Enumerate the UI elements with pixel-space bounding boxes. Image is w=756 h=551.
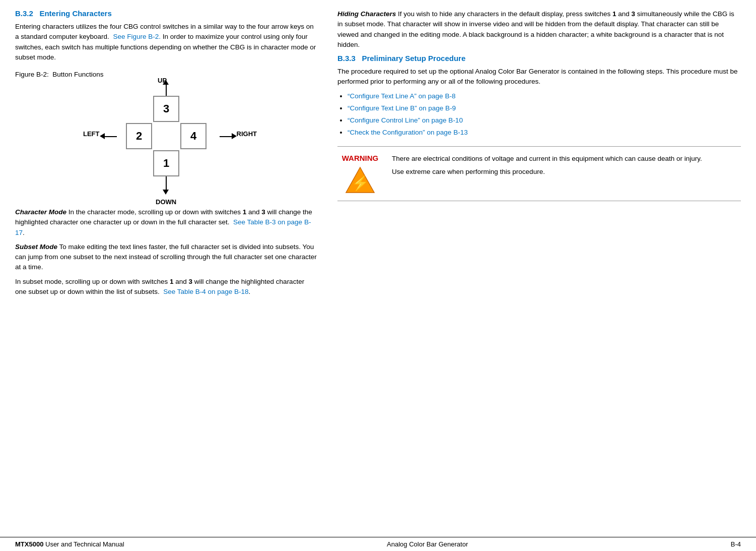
table-b4-link[interactable]: See Table B-4 on page B-18 [163, 288, 248, 295]
section-b33-label: Preliminary Setup Procedure [362, 54, 465, 63]
footer-brand: MTX5000 [15, 540, 43, 548]
subset-p2-text: In subset mode, scrolling up or down wit… [15, 278, 170, 285]
warning-text: There are electrical conditions of volta… [392, 154, 702, 180]
section-b33-title: B.3.3 Preliminary Setup Procedure [337, 54, 741, 63]
warning-box: WARNING ⚡ There are electrical condition… [337, 146, 741, 201]
prelim-text: The procedure required to set up the opt… [337, 68, 737, 85]
arrow-down-line [166, 176, 167, 191]
char-mode-bold2: 3 [261, 208, 265, 216]
bullet-link-1[interactable]: “Configure Text Line A” on page B-8 [348, 92, 455, 100]
footer-right: B-4 [731, 540, 741, 548]
label-down: DOWN [156, 198, 176, 206]
hiding-bold1: 1 [612, 10, 616, 18]
svg-text:⚡: ⚡ [352, 175, 369, 192]
footer-center: Analog Color Bar Generator [387, 540, 468, 548]
figure-b2-link[interactable]: See Figure B-2. [113, 33, 161, 40]
label-right: RIGHT [237, 130, 257, 138]
main-content: B.3.2 Entering Characters Entering chara… [0, 0, 756, 528]
section-b32-title: B.3.2 Entering Characters [15, 9, 317, 18]
button-1: 1 [153, 150, 179, 176]
right-column: Hiding Characters If you wish to hide an… [337, 9, 741, 528]
button-2: 2 [126, 123, 152, 149]
subset-bold2: 3 [188, 278, 192, 285]
char-mode-title: Character Mode [15, 208, 66, 216]
hiding-text1: If you wish to hide any characters in th… [398, 10, 612, 18]
bullet-list: “Configure Text Line A” on page B-8 “Con… [348, 91, 741, 138]
hiding-bold2: 3 [632, 10, 636, 18]
section-b32-label: Entering Characters [39, 9, 111, 18]
label-left: LEFT [83, 130, 100, 138]
char-mode-paragraph: Character Mode In the character mode, sc… [15, 207, 317, 238]
subset-mode-text: To make editing the text lines faster, t… [15, 243, 317, 271]
button-diagram: UP DOWN LEFT RIGHT 3 1 2 [15, 83, 317, 199]
footer: MTX5000 User and Technical Manual Analog… [0, 537, 756, 551]
hiding-and: and [618, 10, 631, 18]
subset-and: and [175, 278, 188, 285]
section-b33-number: B.3.3 [337, 54, 356, 63]
subset-mode-paragraph: Subset Mode To make editing the text lin… [15, 242, 317, 273]
figure-label: Figure B-2: [15, 71, 49, 78]
list-item: “Configure Text Line A” on page B-8 [348, 91, 741, 101]
prelim-paragraph: The procedure required to set up the opt… [337, 67, 741, 87]
bullet-link-4[interactable]: “Check the Configuration” on page B-13 [348, 129, 468, 136]
bullet-link-3[interactable]: “Configure Control Line” on page B-10 [348, 116, 463, 124]
char-mode-end: . [23, 229, 25, 236]
footer-page: B-4 [731, 540, 741, 548]
hiding-title: Hiding Characters [337, 10, 396, 18]
page: B.3.2 Entering Characters Entering chara… [0, 0, 756, 551]
footer-center-text: Analog Color Bar Generator [387, 540, 468, 548]
warning-left: WARNING ⚡ [337, 154, 383, 194]
list-item: “Configure Text Line B” on page B-9 [348, 103, 741, 113]
footer-brand-text: User and Technical Manual [43, 540, 124, 548]
arrowhead-right [232, 133, 237, 139]
subset-mode-paragraph2: In subset mode, scrolling up or down wit… [15, 277, 317, 297]
arrowhead-left [100, 133, 105, 139]
arrowhead-down [163, 190, 169, 195]
char-mode-bold1: 1 [243, 208, 247, 216]
subset-end: . [249, 288, 251, 295]
warning-triangle-icon: ⚡ [345, 166, 375, 194]
button-4: 4 [180, 123, 207, 149]
intro-paragraph: Entering characters utilizes the four CB… [15, 22, 317, 63]
button-3: 3 [153, 96, 179, 122]
hiding-paragraph: Hiding Characters If you wish to hide an… [337, 9, 741, 50]
warning-text2: Use extreme care when performing this pr… [392, 167, 702, 177]
list-item: “Check the Configuration” on page B-13 [348, 128, 741, 138]
warning-text1: There are electrical conditions of volta… [392, 154, 702, 164]
figure-title-text: Button Functions [52, 71, 103, 78]
arrowhead-up [163, 80, 169, 85]
bullet-link-2[interactable]: “Configure Text Line B” on page B-9 [348, 104, 456, 112]
subset-bold1: 1 [170, 278, 174, 285]
section-b32-number: B.3.2 [15, 9, 33, 18]
char-mode-text1: In the character mode, scrolling up or d… [68, 208, 243, 216]
warning-label: WARNING [342, 154, 379, 162]
left-column: B.3.2 Entering Characters Entering chara… [15, 9, 317, 528]
diagram-inner: UP DOWN LEFT RIGHT 3 1 2 [111, 91, 222, 192]
subset-mode-title: Subset Mode [15, 243, 57, 251]
footer-left: MTX5000 User and Technical Manual [15, 540, 124, 548]
char-mode-and: and [248, 208, 261, 216]
list-item: “Configure Control Line” on page B-10 [348, 115, 741, 126]
